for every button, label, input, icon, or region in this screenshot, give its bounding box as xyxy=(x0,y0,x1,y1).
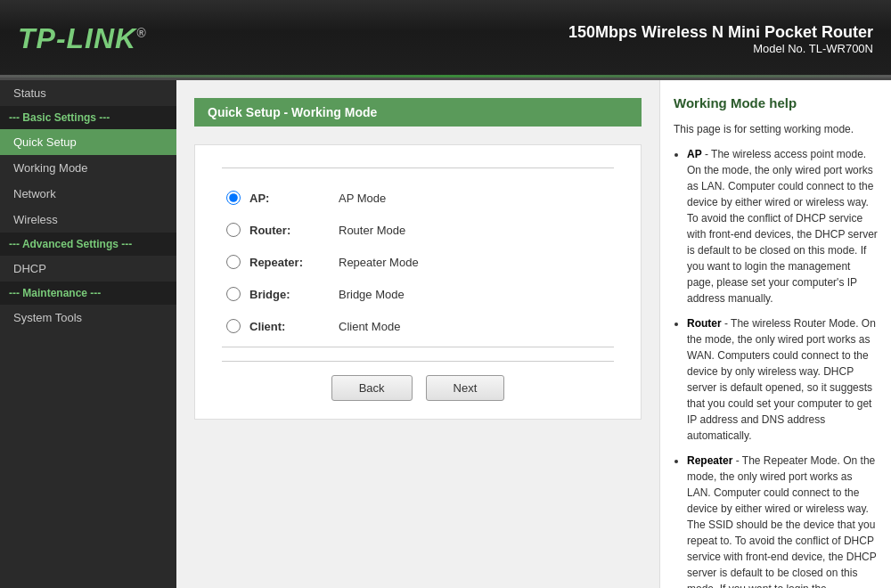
sidebar-item-system-tools[interactable]: System Tools xyxy=(0,305,176,331)
mode-row-ap: AP:AP Mode xyxy=(222,182,614,214)
sidebar-section-basic-settings: --- Basic Settings --- xyxy=(0,106,176,129)
mode-desc-client: Client Mode xyxy=(339,320,400,333)
sidebar-item-working-mode[interactable]: Working Mode xyxy=(0,155,176,181)
mode-desc-bridge: Bridge Mode xyxy=(339,288,405,301)
mode-desc-ap: AP Mode xyxy=(339,192,386,205)
mode-label-ap: AP: xyxy=(249,192,339,205)
mode-row-router: Router:Router Mode xyxy=(222,214,614,246)
radio-ap[interactable] xyxy=(226,191,241,205)
back-button[interactable]: Back xyxy=(331,375,413,401)
sidebar-item-network[interactable]: Network xyxy=(0,181,176,207)
sidebar: Status--- Basic Settings ---Quick SetupW… xyxy=(0,80,176,588)
next-button[interactable]: Next xyxy=(426,375,505,401)
help-panel: Working Mode help This page is for setti… xyxy=(659,80,891,588)
sidebar-item-quick-setup[interactable]: Quick Setup xyxy=(0,129,176,155)
model-number: Model No. TL-WR700N xyxy=(568,42,873,55)
logo-reg: ® xyxy=(136,26,146,40)
page-title: Quick Setup - Working Mode xyxy=(194,98,642,127)
mode-desc-router: Router Mode xyxy=(339,224,405,237)
layout: Status--- Basic Settings ---Quick SetupW… xyxy=(0,80,891,588)
model-info: 150Mbps Wireless N Mini Pocket Router Mo… xyxy=(568,23,873,55)
mode-label-router: Router: xyxy=(249,224,339,237)
sidebar-section-advanced-settings: --- Advanced Settings --- xyxy=(0,233,176,256)
sidebar-item-status[interactable]: Status xyxy=(0,80,176,106)
help-title: Working Mode help xyxy=(674,94,878,114)
sidebar-section-maintenance: --- Maintenance --- xyxy=(0,282,176,305)
mode-desc-repeater: Repeater Mode xyxy=(339,256,419,269)
header: TP-LINK® 150Mbps Wireless N Mini Pocket … xyxy=(0,0,891,80)
divider-bottom xyxy=(222,347,614,347)
main-content: Quick Setup - Working Mode AP:AP ModeRou… xyxy=(176,80,659,588)
mode-label-repeater: Repeater: xyxy=(249,256,339,269)
help-intro: This page is for setting working mode. xyxy=(674,121,878,137)
button-row: Back Next xyxy=(222,361,614,401)
sidebar-item-dhcp[interactable]: DHCP xyxy=(0,256,176,282)
mode-list: AP:AP ModeRouter:Router ModeRepeater:Rep… xyxy=(222,182,614,342)
help-list: AP - The wireless access point mode. On … xyxy=(674,146,878,589)
logo: TP-LINK® xyxy=(18,22,147,55)
mode-row-bridge: Bridge:Bridge Mode xyxy=(222,278,614,310)
mode-row-repeater: Repeater:Repeater Mode xyxy=(222,246,614,278)
radio-router[interactable] xyxy=(226,223,241,237)
logo-text: TP-LINK xyxy=(18,22,136,54)
help-item-repeater: Repeater - The Repeater Mode. On the mod… xyxy=(687,453,878,589)
form-area: AP:AP ModeRouter:Router ModeRepeater:Rep… xyxy=(194,144,642,420)
radio-client[interactable] xyxy=(226,319,241,333)
help-item-ap: AP - The wireless access point mode. On … xyxy=(687,146,878,306)
mode-label-client: Client: xyxy=(249,320,339,333)
radio-repeater[interactable] xyxy=(226,255,241,269)
help-item-router: Router - The wireless Router Mode. On th… xyxy=(687,315,878,444)
mode-label-bridge: Bridge: xyxy=(249,288,339,301)
mode-row-client: Client:Client Mode xyxy=(222,310,614,342)
divider-top xyxy=(222,167,614,168)
radio-bridge[interactable] xyxy=(226,287,241,301)
product-name: 150Mbps Wireless N Mini Pocket Router xyxy=(568,23,873,42)
sidebar-item-wireless[interactable]: Wireless xyxy=(0,207,176,233)
